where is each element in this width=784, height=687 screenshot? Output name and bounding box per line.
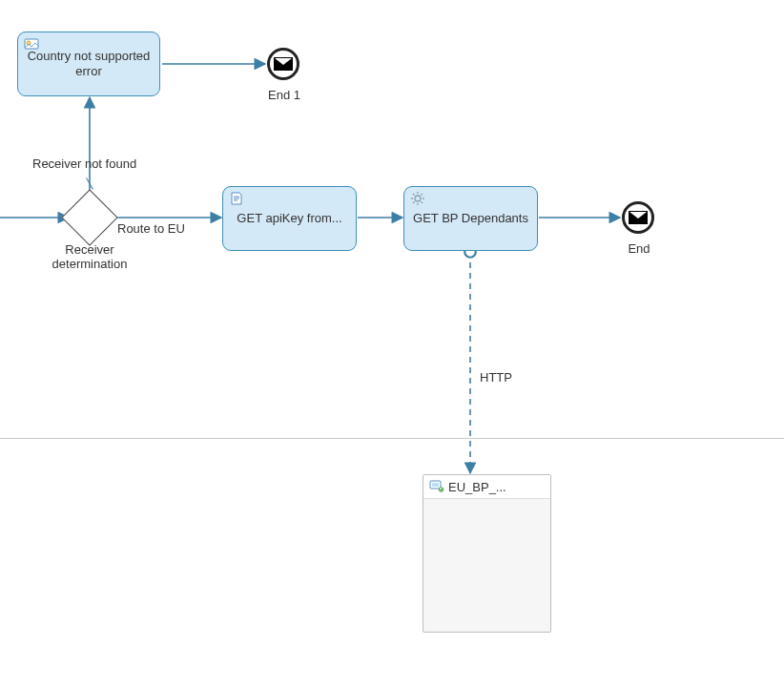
gear-icon (410, 191, 425, 210)
svg-point-10 (415, 196, 421, 201)
end-event-1[interactable] (267, 48, 299, 80)
svg-line-17 (413, 202, 415, 204)
script-icon (229, 191, 244, 210)
participant-eu-bp[interactable]: EU_BP_... (423, 474, 551, 633)
connectors-layer (0, 0, 784, 687)
envelope-icon (274, 57, 293, 71)
mapping-icon (24, 36, 39, 55)
end-event[interactable] (622, 201, 654, 234)
participant-label: EU_BP_... (448, 480, 506, 494)
activity-label: GET BP Dependants (413, 211, 528, 226)
gateway-label: Receiver determination (46, 242, 134, 271)
participant-header: EU_BP_... (423, 475, 550, 499)
svg-line-18 (422, 194, 423, 196)
system-icon (429, 478, 444, 496)
svg-rect-20 (432, 483, 439, 487)
end-event-1-label: End 1 (267, 88, 301, 102)
edge-label-http: HTTP (480, 370, 512, 385)
diagram-canvas: Country not supported error End 1 Receiv… (0, 0, 784, 687)
edge-label-receiver-not-found: Receiver not found (32, 156, 136, 171)
envelope-icon (629, 211, 648, 224)
activity-label: Country not supported error (24, 49, 154, 78)
activity-get-apikey[interactable]: GET apiKey from... (222, 186, 357, 251)
activity-country-not-supported-error[interactable]: Country not supported error (17, 31, 160, 96)
activity-get-bp-dependants[interactable]: GET BP Dependants (403, 186, 538, 251)
edge-label-route-to-eu: Route to EU (117, 221, 185, 236)
end-event-label: End (626, 241, 652, 256)
svg-line-16 (422, 202, 423, 204)
svg-line-15 (413, 194, 415, 196)
activity-label: GET apiKey from... (237, 211, 341, 226)
